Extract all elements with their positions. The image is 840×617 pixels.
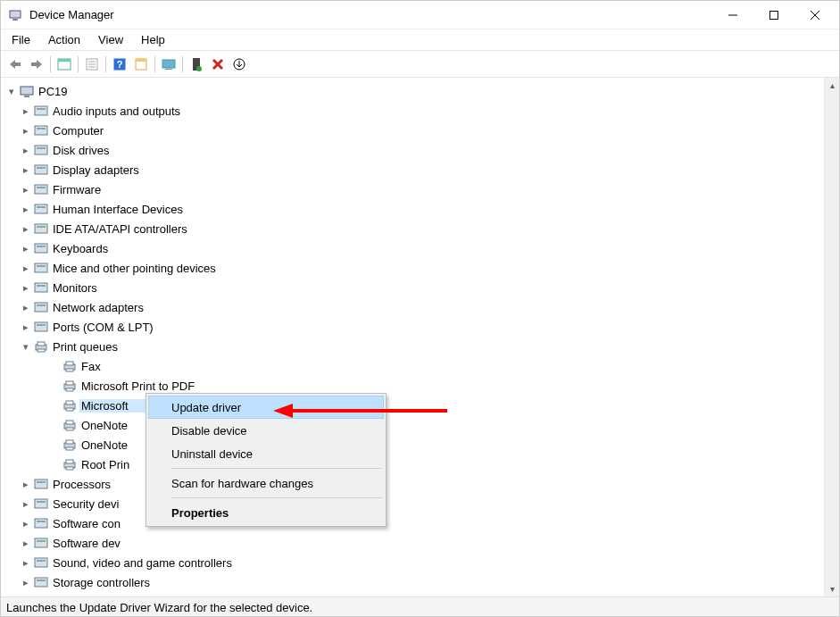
chevron-right-icon[interactable]: ▸ xyxy=(19,320,33,334)
chevron-right-icon[interactable]: ▸ xyxy=(19,241,33,255)
chevron-right-icon[interactable]: ▸ xyxy=(19,555,33,570)
printer-icon xyxy=(62,359,78,373)
tree-category-label: Storage controllers xyxy=(51,576,152,589)
tree-category[interactable]: ▸Computer xyxy=(1,121,824,140)
ctx-disable-device[interactable]: Disable device xyxy=(148,419,384,442)
chevron-down-icon[interactable]: ▾ xyxy=(4,84,19,98)
tree-category[interactable]: ▸Software con xyxy=(1,513,824,533)
maximize-button[interactable] xyxy=(753,1,794,29)
svg-rect-80 xyxy=(35,558,47,567)
svg-rect-33 xyxy=(35,165,47,174)
scroll-down-icon[interactable]: ▾ xyxy=(825,581,839,596)
tree-category-label: Display adapters xyxy=(51,163,141,177)
tree-device[interactable]: OneNote xyxy=(1,415,824,435)
chevron-right-icon[interactable]: ▸ xyxy=(19,575,33,589)
chevron-right-icon[interactable]: ▸ xyxy=(19,202,33,216)
menu-action[interactable]: Action xyxy=(41,31,91,48)
chevron-right-icon[interactable]: ▸ xyxy=(19,182,33,196)
chevron-right-icon[interactable]: ▸ xyxy=(19,496,33,511)
svg-rect-35 xyxy=(35,185,47,194)
tree-device[interactable]: Root Prin xyxy=(1,454,824,474)
forward-arrow-icon[interactable] xyxy=(26,54,47,75)
update-driver-icon[interactable] xyxy=(186,54,207,75)
printer-icon xyxy=(62,379,78,393)
display-icon xyxy=(33,163,49,177)
tree-device[interactable]: Microsoft xyxy=(1,396,824,415)
svg-rect-81 xyxy=(37,560,46,562)
tree-category[interactable]: ▸Processors xyxy=(1,474,824,494)
tree-category-label: Ports (COM & LPT) xyxy=(51,321,155,334)
tree-category[interactable]: ▸IDE ATA/ATAPI controllers xyxy=(1,219,824,238)
menu-help[interactable]: Help xyxy=(134,31,176,48)
tree-category-label: Processors xyxy=(51,478,112,491)
software-icon xyxy=(33,516,49,530)
ctx-item-label: Update driver xyxy=(171,401,241,414)
device-tree[interactable]: ▾ PC19 ▸Audio inputs and outputs▸Compute… xyxy=(1,78,824,596)
chevron-right-icon[interactable]: ▸ xyxy=(19,163,33,177)
help-icon[interactable]: ? xyxy=(109,54,130,75)
svg-rect-1 xyxy=(12,19,18,21)
svg-rect-30 xyxy=(37,128,46,129)
chevron-right-icon[interactable]: ▸ xyxy=(19,477,33,491)
uninstall-icon[interactable] xyxy=(207,54,229,75)
tree-device-label: Microsoft Print to PDF xyxy=(79,379,196,393)
tree-device[interactable]: Fax xyxy=(1,356,824,376)
menu-view[interactable]: View xyxy=(91,31,134,48)
tree-category[interactable]: ▸Network adapters xyxy=(1,297,824,317)
tree-category[interactable]: ▸Storage controllers xyxy=(1,572,824,592)
chevron-right-icon[interactable]: ▸ xyxy=(19,261,33,275)
tree-category[interactable]: ▸Firmware xyxy=(1,179,824,199)
chevron-right-icon[interactable]: ▸ xyxy=(19,104,33,118)
minimize-button[interactable] xyxy=(712,1,753,29)
tree-root[interactable]: ▾ PC19 xyxy=(1,81,824,101)
chevron-right-icon[interactable]: ▸ xyxy=(19,280,33,295)
tree-category[interactable]: ▸Software dev xyxy=(1,533,824,553)
tree-category[interactable]: ▸Audio inputs and outputs xyxy=(1,101,824,121)
ctx-item-label: Uninstall device xyxy=(171,447,253,461)
chevron-right-icon[interactable]: ▸ xyxy=(19,221,33,236)
arrow-down-icon[interactable] xyxy=(229,54,250,75)
chevron-right-icon[interactable]: ▸ xyxy=(19,123,33,138)
menu-file[interactable]: File xyxy=(4,31,41,48)
ctx-uninstall-device[interactable]: Uninstall device xyxy=(148,442,384,465)
ctx-update-driver[interactable]: Update driver xyxy=(148,396,384,419)
scroll-up-icon[interactable]: ▴ xyxy=(825,78,839,93)
tree-category[interactable]: ▸Display adapters xyxy=(1,160,824,179)
svg-rect-42 xyxy=(37,246,46,247)
back-arrow-icon[interactable] xyxy=(4,54,26,75)
chevron-right-icon[interactable]: ▸ xyxy=(19,300,33,314)
tree-category[interactable]: ▸Human Interface Devices xyxy=(1,199,824,219)
tree-device[interactable]: OneNote xyxy=(1,435,824,454)
close-button[interactable] xyxy=(794,1,836,29)
tree-category[interactable]: ▸Security devi xyxy=(1,494,824,513)
ports-icon xyxy=(33,320,49,334)
computer-icon xyxy=(19,84,35,98)
scan-icon[interactable] xyxy=(158,54,179,75)
vertical-scrollbar[interactable]: ▴ ▾ xyxy=(824,78,839,596)
tree-category-label: IDE ATA/ATAPI controllers xyxy=(51,222,189,236)
svg-rect-17 xyxy=(136,59,146,62)
chevron-down-icon[interactable]: ▾ xyxy=(19,339,33,354)
hid-icon xyxy=(33,202,49,216)
tree-category[interactable]: ▸Mice and other pointing devices xyxy=(1,258,824,278)
tree-category[interactable]: ▸Monitors xyxy=(1,278,824,297)
svg-rect-27 xyxy=(35,106,47,115)
svg-rect-7 xyxy=(31,63,37,66)
chevron-right-icon[interactable]: ▸ xyxy=(19,143,33,157)
show-hidden-icon[interactable] xyxy=(54,54,75,75)
ctx-properties[interactable]: Properties xyxy=(148,501,384,524)
tree-category[interactable]: ▾Print queues xyxy=(1,337,824,356)
tree-category[interactable]: ▸Ports (COM & LPT) xyxy=(1,317,824,337)
detail-icon[interactable] xyxy=(130,54,152,75)
tree-category[interactable]: ▸Disk drives xyxy=(1,140,824,160)
menubar: File Action View Help xyxy=(1,29,839,51)
tree-category[interactable]: ▸Sound, video and game controllers xyxy=(1,553,824,572)
ctx-separator xyxy=(171,468,382,469)
tree-device[interactable]: Microsoft Print to PDF xyxy=(1,376,824,396)
properties-icon[interactable] xyxy=(81,54,103,75)
tree-category-label: Network adapters xyxy=(51,301,146,314)
ctx-scan-hardware[interactable]: Scan for hardware changes xyxy=(148,471,384,495)
chevron-right-icon[interactable]: ▸ xyxy=(19,536,33,550)
chevron-right-icon[interactable]: ▸ xyxy=(19,516,33,530)
tree-category[interactable]: ▸Keyboards xyxy=(1,238,824,258)
